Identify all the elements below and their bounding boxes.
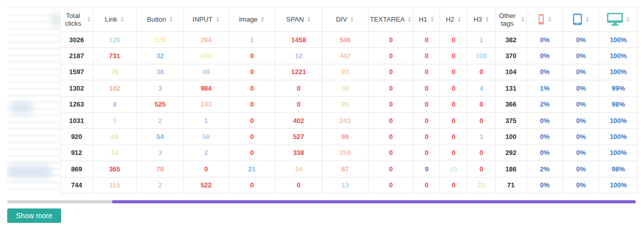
- sort-icon[interactable]: ▲▼: [408, 16, 412, 23]
- cell-span: 402: [275, 112, 322, 128]
- cell-textarea: 0: [369, 96, 414, 112]
- column-header-tablet[interactable]: ▲▼: [563, 7, 599, 32]
- sort-icon[interactable]: ▲▼: [169, 16, 174, 23]
- column-header-button[interactable]: Button▲▼: [137, 7, 184, 32]
- cell-image: 21: [229, 161, 275, 177]
- cell-mobile: 2%: [527, 96, 563, 112]
- clicks-table: Total clicks▲▼Link▲▼Button▲▼INPUT▲▼Image…: [60, 7, 638, 194]
- blurred-label: [10, 102, 33, 113]
- cell-image: 0: [229, 64, 275, 80]
- cell-button: 2: [137, 112, 184, 128]
- cell-span: 34: [275, 161, 322, 177]
- sort-icon[interactable]: ▲▼: [548, 16, 553, 23]
- cell-tablet: 0%: [563, 64, 599, 80]
- cell-h3: 0: [468, 64, 495, 80]
- cell-span: 0: [275, 96, 322, 112]
- column-header-h1[interactable]: H1▲▼: [414, 7, 440, 32]
- cell-h2: 0: [440, 145, 468, 161]
- column-header-span[interactable]: SPAN▲▼: [275, 7, 322, 32]
- column-header-mobile[interactable]: ▲▼: [527, 7, 563, 32]
- cell-tablet: 0%: [563, 161, 599, 177]
- sort-icon[interactable]: ▲▼: [457, 16, 462, 23]
- column-header-div[interactable]: DIV▲▼: [322, 7, 369, 32]
- cell-desktop: 100%: [599, 64, 638, 80]
- cell-total: 2187: [61, 48, 93, 64]
- cell-image: 0: [229, 48, 275, 64]
- column-label: TEXTAREA: [370, 15, 405, 23]
- table-row: 9121832033825900002920%0%100%: [61, 145, 638, 161]
- cell-input: 58: [184, 129, 229, 145]
- cell-h1: 0: [414, 145, 440, 161]
- column-header-textarea[interactable]: TEXTAREA▲▼: [369, 7, 414, 32]
- sort-icon[interactable]: ▲▼: [350, 16, 355, 23]
- cell-other: 292: [495, 145, 527, 161]
- cell-div: 98: [322, 129, 369, 145]
- cell-image: 0: [229, 112, 275, 128]
- cell-image: 0: [229, 145, 275, 161]
- mobile-icon: [538, 13, 545, 25]
- cell-div: 38: [322, 80, 369, 96]
- sort-icon[interactable]: ▲▼: [521, 16, 525, 23]
- cell-button: 79: [137, 161, 184, 177]
- cell-textarea: 0: [369, 64, 414, 80]
- column-header-h2[interactable]: H2▲▼: [440, 7, 468, 32]
- cell-h2: 0: [440, 80, 468, 96]
- cell-mobile: 0%: [527, 64, 563, 80]
- table-row: 12638525243009500003662%0%98%: [61, 96, 638, 112]
- show-more-button[interactable]: Show more: [7, 208, 61, 223]
- horizontal-scrollbar-thumb[interactable]: [112, 200, 636, 203]
- cell-h1: 0: [414, 112, 440, 128]
- cell-h3: 4: [468, 80, 495, 96]
- column-label: Total clicks: [62, 12, 84, 27]
- column-label: H3: [473, 15, 482, 23]
- column-header-other[interactable]: Other tags▲▼: [495, 7, 527, 32]
- column-label: Link: [105, 15, 117, 23]
- cell-h2: 0: [440, 32, 468, 48]
- cell-link: 8: [93, 112, 137, 128]
- cell-button: 54: [137, 129, 184, 145]
- cell-textarea: 0: [369, 112, 414, 128]
- cell-h2: 0: [440, 129, 468, 145]
- cell-image: 0: [229, 96, 275, 112]
- cell-link: 365: [93, 161, 137, 177]
- cell-total: 1263: [61, 96, 93, 112]
- sort-icon[interactable]: ▲▼: [485, 16, 489, 23]
- cell-total: 1031: [61, 112, 93, 128]
- cell-h3: 0: [468, 96, 495, 112]
- column-header-input[interactable]: INPUT▲▼: [184, 7, 229, 32]
- table-row: 2187731324300124470001083700%0%100%: [61, 48, 638, 64]
- sort-icon[interactable]: ▲▼: [585, 16, 590, 23]
- cell-desktop: 100%: [599, 177, 638, 193]
- table-header: Total clicks▲▼Link▲▼Button▲▼INPUT▲▼Image…: [61, 7, 638, 32]
- cell-other: 131: [495, 80, 527, 96]
- cell-other: 370: [495, 48, 527, 64]
- cell-total: 869: [61, 161, 93, 177]
- sort-icon[interactable]: ▲▼: [87, 16, 91, 23]
- horizontal-scrollbar-track[interactable]: [7, 200, 636, 203]
- column-header-image[interactable]: Image▲▼: [229, 7, 275, 32]
- cell-mobile: 0%: [527, 177, 563, 193]
- cell-tablet: 0%: [563, 112, 599, 128]
- cell-div: 67: [322, 161, 369, 177]
- desktop-icon: [607, 13, 623, 26]
- sort-icon[interactable]: ▲▼: [215, 16, 220, 23]
- column-header-link[interactable]: Link▲▼: [93, 7, 137, 32]
- column-header-h3[interactable]: H3▲▼: [468, 7, 495, 32]
- cell-h1: 9: [414, 161, 440, 177]
- cell-h3: 0: [468, 112, 495, 128]
- sort-icon[interactable]: ▲▼: [625, 16, 630, 23]
- column-header-desktop[interactable]: ▲▼: [599, 7, 638, 32]
- cell-h3: 1: [468, 32, 495, 48]
- cell-tablet: 0%: [563, 145, 599, 161]
- cell-link: 69: [93, 129, 137, 145]
- table-row: 7441152522001300021710%0%100%: [61, 177, 638, 193]
- sort-icon[interactable]: ▲▼: [120, 16, 125, 23]
- sort-icon[interactable]: ▲▼: [430, 16, 435, 23]
- cell-h1: 0: [414, 80, 440, 96]
- column-header-total[interactable]: Total clicks▲▼: [61, 7, 93, 32]
- table-row: 1031821040224300003750%0%100%: [61, 112, 638, 128]
- table-row: 92069545805279800011000%0%100%: [61, 129, 638, 145]
- cell-h3: 0: [468, 161, 495, 177]
- sort-icon[interactable]: ▲▼: [307, 16, 311, 23]
- sort-icon[interactable]: ▲▼: [261, 16, 265, 23]
